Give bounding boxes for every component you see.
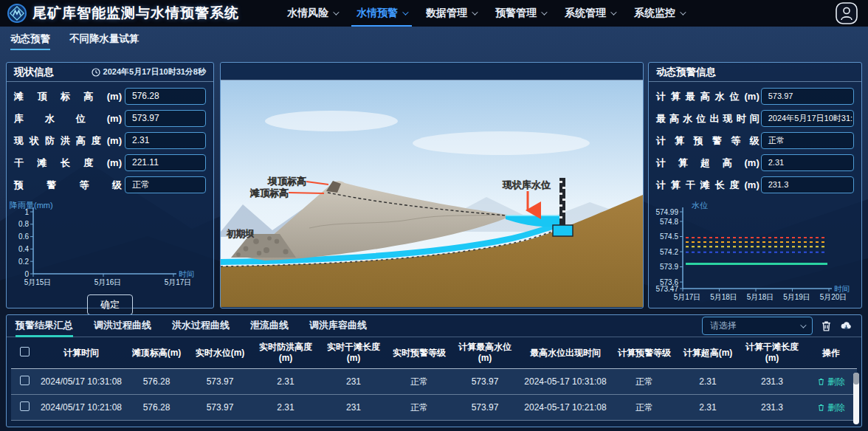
warning-field-value-3[interactable]: 2.31 — [761, 154, 854, 171]
delete-all-icon[interactable] — [820, 320, 833, 332]
results-panel: 预警结果汇总调洪过程曲线洪水过程曲线泄流曲线调洪库容曲线 请选择 计算时间滩顶标… — [6, 314, 862, 427]
result-select[interactable]: 请选择 — [702, 317, 813, 335]
svg-text:574.5: 574.5 — [660, 232, 678, 241]
cell-r1-c10: 231.3 — [739, 395, 805, 421]
status-field-value-3[interactable]: 221.11 — [125, 154, 206, 171]
nav-item-1[interactable]: 水情预警 — [347, 0, 416, 27]
delete-row-button[interactable]: 删除 — [805, 395, 857, 421]
user-avatar-icon[interactable] — [836, 2, 858, 24]
col-header-2: 实时水位(m) — [188, 337, 252, 369]
app-title: 尾矿库智能监测与水情预警系统 — [32, 4, 239, 23]
status-field-value-0[interactable]: 576.28 — [125, 88, 206, 105]
status-field-label-4: 预 警 等 级 — [14, 179, 122, 192]
warning-field-value-0[interactable]: 573.97 — [761, 88, 854, 105]
status-field-value-1[interactable]: 573.97 — [125, 110, 206, 127]
status-fields: 滩 顶 标 高 (m)576.28库 水 位 (m)573.97现状防洪高度(m… — [7, 82, 213, 200]
warning-field-value-4[interactable]: 231.3 — [761, 176, 854, 193]
nav-item-2[interactable]: 数据管理 — [416, 0, 486, 27]
delete-row-button[interactable]: 删除 — [805, 369, 857, 395]
svg-text:0: 0 — [24, 270, 29, 278]
nav-item-5[interactable]: 系统监控 — [624, 0, 694, 27]
col-header-9: 计算超高(m) — [677, 337, 739, 369]
svg-text:时间: 时间 — [179, 269, 194, 278]
page-tab-0[interactable]: 动态预警 — [10, 32, 50, 50]
nav-item-4[interactable]: 系统管理 — [555, 0, 624, 27]
confirm-button[interactable]: 确定 — [87, 294, 133, 315]
cell-r1-c6: 573.97 — [451, 395, 519, 421]
cell-r0-c3: 2.31 — [252, 369, 320, 395]
results-table: 计算时间滩顶标高(m)实时水位(m)实时防洪高度(m)实时干滩长度(m)实时预警… — [11, 337, 857, 421]
cell-r1-c4: 231 — [320, 395, 388, 421]
app-header: 尾矿库智能监测与水情预警系统 水情风险水情预警数据管理预警管理系统管理系统监控 — [0, 0, 868, 27]
warning-field-label-3: 计 算 超 高 (m) — [656, 156, 760, 170]
svg-text:5月17日: 5月17日 — [674, 293, 701, 301]
result-tab-2[interactable]: 洪水过程曲线 — [172, 315, 230, 337]
svg-text:5月16日: 5月16日 — [94, 278, 122, 286]
status-field-row-4: 预 警 等 级正常 — [14, 176, 206, 193]
result-tab-0[interactable]: 预警结果汇总 — [16, 315, 73, 337]
status-panel-title: 现状信息 — [14, 66, 54, 79]
trash-icon — [817, 377, 825, 386]
result-tab-3[interactable]: 泄流曲线 — [250, 315, 289, 337]
dynamic-warning-panel: 动态预警信息 计算最高水位(m)573.97最高水位出现时间2024年5月17日… — [648, 62, 862, 308]
svg-text:时间: 时间 — [834, 284, 850, 293]
row-checkbox[interactable] — [20, 401, 30, 411]
status-field-value-2[interactable]: 2.31 — [125, 132, 206, 149]
nav-item-3[interactable]: 预警管理 — [486, 0, 555, 27]
cell-r1-c1: 576.28 — [125, 395, 188, 421]
warning-fields: 计算最高水位(m)573.97最高水位出现时间2024年5月17日10时31:计… — [649, 82, 861, 200]
rainfall-chart: 降雨量(mm)时间00.20.40.60.815月15日5月16日5月17日 — [7, 200, 203, 290]
table-scrollbar[interactable] — [853, 373, 859, 424]
status-field-value-4[interactable]: 正常 — [125, 176, 206, 193]
cell-r0-c7: 2024-05-17 10:31:08 — [519, 369, 612, 395]
col-header-0: 计算时间 — [38, 337, 125, 369]
select-all-checkbox[interactable] — [20, 347, 30, 356]
cell-r0-c9: 2.31 — [677, 369, 739, 395]
svg-text:5月20日: 5月20日 — [820, 293, 847, 301]
svg-text:573.6: 573.6 — [660, 278, 678, 286]
result-tab-4[interactable]: 调洪库容曲线 — [309, 315, 367, 337]
page-tab-1[interactable]: 不同降水量试算 — [69, 32, 140, 50]
status-field-row-2: 现状防洪高度(m)2.31 — [14, 132, 206, 149]
cell-r0-c10: 231.3 — [739, 369, 805, 395]
page-tabs: 动态预警不同降水量试算 — [10, 32, 140, 50]
warning-field-row-4: 计算干滩长度(m)231.3 — [656, 176, 854, 193]
water-level-chart: 水位时间573.47573.6573.9574.2574.5574.8574.9… — [649, 200, 857, 305]
warning-field-value-2[interactable]: 正常 — [761, 132, 854, 149]
svg-text:降雨量(mm): 降雨量(mm) — [10, 201, 53, 210]
warning-panel-title: 动态预警信息 — [656, 66, 716, 79]
cell-r0-c5: 正常 — [388, 369, 451, 395]
svg-text:0.2: 0.2 — [18, 258, 29, 266]
table-row: 2024/05/17 10:31:08576.28573.972.31231正常… — [11, 369, 857, 395]
label-initial-dam: 初期坝 — [226, 229, 255, 239]
cloud-download-icon[interactable] — [840, 320, 852, 332]
chevron-down-icon — [680, 9, 686, 15]
chevron-down-icon — [610, 9, 616, 15]
nav-item-0[interactable]: 水情风险 — [278, 0, 347, 27]
result-tabs: 预警结果汇总调洪过程曲线洪水过程曲线泄流曲线调洪库容曲线 — [16, 315, 388, 337]
col-header-10: 计算干滩长度(m) — [739, 337, 805, 369]
app-logo-icon — [7, 4, 27, 23]
cell-r1-c8: 正常 — [612, 395, 677, 421]
status-field-label-2: 现状防洪高度(m) — [14, 134, 122, 148]
chevron-down-icon — [402, 9, 408, 15]
cell-r1-c7: 2024-05-17 10:21:08 — [519, 395, 612, 421]
warning-field-label-4: 计算干滩长度(m) — [656, 179, 760, 192]
status-info-panel: 现状信息 2024年5月17日10时31分8秒 滩 顶 标 高 (m)576.2… — [6, 62, 214, 308]
row-checkbox[interactable] — [20, 376, 30, 385]
cell-r0-c8: 正常 — [612, 369, 677, 395]
svg-text:1: 1 — [24, 208, 29, 216]
dam-cross-section: 坝顶标高 滩顶标高 初期坝 现状库水位 — [221, 80, 643, 307]
status-field-row-1: 库 水 位 (m)573.97 — [14, 110, 206, 127]
warning-field-label-1: 最高水位出现时间 — [656, 112, 760, 125]
warning-field-value-1[interactable]: 2024年5月17日10时31: — [761, 110, 854, 127]
status-field-label-0: 滩 顶 标 高 (m) — [14, 90, 122, 103]
col-header-8: 计算预警等级 — [612, 337, 677, 369]
label-current-water-level: 现状库水位 — [502, 179, 551, 190]
col-header-4: 实时干滩长度(m) — [320, 337, 388, 369]
result-tab-1[interactable]: 调洪过程曲线 — [94, 315, 151, 337]
cell-r1-c3: 2.31 — [252, 395, 320, 421]
status-field-label-3: 干 滩 长 度 (m) — [14, 156, 122, 170]
col-header-11: 操作 — [805, 337, 857, 369]
table-toolbar: 请选择 — [702, 317, 852, 335]
